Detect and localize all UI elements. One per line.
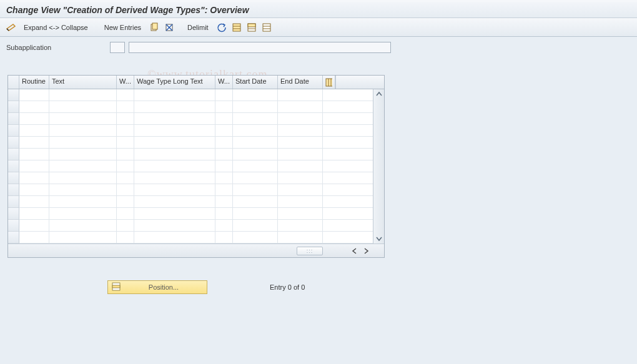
table-cell[interactable] (117, 172, 134, 184)
table-cell[interactable] (19, 137, 49, 148)
table-cell[interactable] (233, 232, 278, 243)
table-cell[interactable] (134, 208, 215, 219)
table-cell[interactable] (49, 172, 117, 184)
table-cell[interactable] (233, 101, 278, 112)
table-cell[interactable] (233, 172, 278, 184)
table-cell[interactable] (19, 113, 49, 124)
table-cell[interactable] (278, 125, 323, 136)
table-cell[interactable] (49, 196, 117, 207)
table-cell[interactable] (49, 149, 117, 160)
table-cell[interactable] (117, 184, 134, 195)
table-cell[interactable] (215, 220, 233, 231)
table-cell[interactable] (278, 149, 323, 160)
column-routine[interactable]: Routine (19, 76, 49, 89)
table-cell[interactable] (278, 137, 323, 148)
table-cell[interactable] (134, 125, 215, 136)
table-cell[interactable] (215, 160, 233, 172)
table-cell[interactable] (117, 160, 134, 172)
select-block-icon[interactable] (246, 22, 257, 33)
table-cell[interactable] (19, 125, 49, 136)
table-cell[interactable] (215, 196, 233, 207)
table-cell[interactable] (215, 125, 233, 136)
table-cell[interactable] (134, 172, 215, 184)
table-cell[interactable] (49, 137, 117, 148)
delimit-button[interactable]: Delimit (184, 22, 212, 32)
table-cell[interactable] (117, 125, 134, 136)
table-cell[interactable] (117, 196, 134, 207)
table-cell[interactable] (278, 113, 323, 124)
table-cell[interactable] (19, 149, 49, 160)
table-row[interactable] (19, 196, 384, 208)
row-selector[interactable] (8, 184, 19, 196)
table-cell[interactable] (117, 220, 134, 231)
table-cell[interactable] (49, 160, 117, 172)
copy-icon[interactable] (149, 22, 160, 33)
table-cell[interactable] (19, 220, 49, 231)
table-row[interactable] (19, 101, 384, 113)
table-cell[interactable] (215, 208, 233, 219)
table-cell[interactable] (49, 101, 117, 112)
table-cell[interactable] (19, 196, 49, 207)
table-cell[interactable] (233, 125, 278, 136)
row-selector[interactable] (8, 220, 19, 232)
scroll-left-icon[interactable] (350, 247, 359, 255)
row-selector[interactable] (8, 196, 19, 208)
horizontal-scroll-handle[interactable]: ::: (297, 247, 323, 255)
expand-collapse-button[interactable]: Expand <-> Collapse (20, 22, 92, 32)
table-cell[interactable] (233, 113, 278, 124)
row-selector[interactable] (8, 125, 19, 137)
table-row[interactable] (19, 220, 384, 232)
table-cell[interactable] (215, 172, 233, 184)
table-cell[interactable] (278, 184, 323, 195)
table-cell[interactable] (134, 101, 215, 112)
table-row[interactable] (19, 125, 384, 137)
row-selector[interactable] (8, 89, 19, 101)
table-cell[interactable] (278, 172, 323, 184)
table-cell[interactable] (19, 172, 49, 184)
new-entries-button[interactable]: New Entries (101, 22, 145, 32)
table-cell[interactable] (117, 137, 134, 148)
undo-icon[interactable] (216, 22, 227, 33)
table-row[interactable] (19, 89, 384, 101)
table-cell[interactable] (49, 125, 117, 136)
table-cell[interactable] (19, 208, 49, 219)
table-cell[interactable] (134, 232, 215, 243)
row-selector[interactable] (8, 149, 19, 160)
table-cell[interactable] (134, 137, 215, 148)
table-cell[interactable] (19, 184, 49, 195)
row-selector-header[interactable] (8, 76, 19, 89)
table-cell[interactable] (278, 220, 323, 231)
table-row[interactable] (19, 208, 384, 220)
table-cell[interactable] (215, 184, 233, 195)
table-cell[interactable] (49, 220, 117, 231)
table-cell[interactable] (215, 137, 233, 148)
table-cell[interactable] (215, 149, 233, 160)
column-w1[interactable]: W... (117, 76, 134, 89)
table-cell[interactable] (134, 184, 215, 195)
vertical-scrollbar[interactable] (373, 89, 384, 243)
table-cell[interactable] (134, 113, 215, 124)
table-cell[interactable] (278, 232, 323, 243)
table-cell[interactable] (19, 160, 49, 172)
table-cell[interactable] (117, 113, 134, 124)
table-row[interactable] (19, 184, 384, 196)
table-cell[interactable] (134, 89, 215, 101)
table-cell[interactable] (117, 208, 134, 219)
table-cell[interactable] (278, 208, 323, 219)
table-cell[interactable] (215, 101, 233, 112)
table-row[interactable] (19, 149, 384, 160)
table-cell[interactable] (233, 89, 278, 101)
table-cell[interactable] (215, 232, 233, 243)
table-cell[interactable] (49, 89, 117, 101)
table-cell[interactable] (117, 89, 134, 101)
subapplication-code-field[interactable] (110, 42, 125, 53)
row-selector[interactable] (8, 160, 19, 172)
table-row[interactable] (19, 160, 384, 172)
table-row[interactable] (19, 232, 384, 243)
table-cell[interactable] (233, 184, 278, 195)
deselect-all-icon[interactable] (261, 22, 272, 33)
table-cell[interactable] (233, 196, 278, 207)
table-row[interactable] (19, 137, 384, 149)
table-cell[interactable] (117, 101, 134, 112)
row-selector[interactable] (8, 232, 19, 243)
